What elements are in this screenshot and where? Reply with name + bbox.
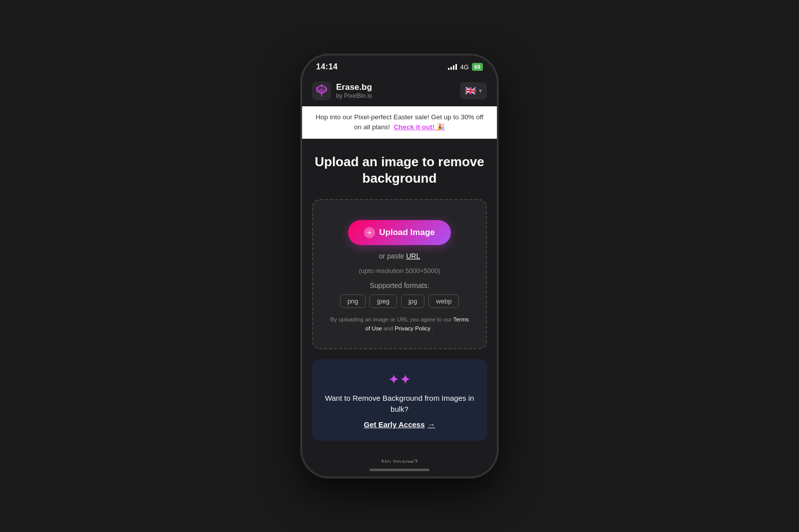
- terms-text: By uploading an image or URL you agree t…: [323, 315, 476, 333]
- home-bar: [370, 469, 429, 471]
- paste-url-prefix: or paste: [379, 252, 406, 260]
- format-tag-png: png: [340, 294, 366, 308]
- phone-screen: 14:14 4G 69: [302, 55, 497, 477]
- format-tags: png jpeg jpg webp: [340, 294, 459, 308]
- app-name: Erase.bg: [336, 82, 372, 92]
- main-section: Upload an image to remove background ＋ U…: [302, 139, 497, 451]
- upload-image-button[interactable]: ＋ Upload Image: [348, 220, 450, 245]
- page-title: Upload an image to remove background: [312, 154, 487, 188]
- network-label: 4G: [460, 63, 468, 71]
- formats-label: Supported formats:: [370, 281, 429, 289]
- app-logo-icon: [312, 81, 331, 100]
- home-indicator: [302, 463, 497, 477]
- early-access-label: Get Early Access: [364, 420, 424, 429]
- bulk-text: Want to Remove Background from Images in…: [322, 393, 477, 415]
- url-link[interactable]: URL: [406, 252, 420, 260]
- promo-banner: Hop into our Pixel-perfect Easter sale! …: [302, 106, 497, 139]
- paste-url-row: or paste URL: [379, 252, 420, 260]
- bulk-icon: ✦✦: [388, 371, 411, 388]
- privacy-policy-link[interactable]: Privacy Policy: [395, 325, 430, 331]
- logo-text-group: Erase.bg by PixelBin.io: [336, 82, 372, 99]
- battery-icon: 69: [472, 63, 483, 71]
- early-access-link[interactable]: Get Early Access →: [364, 420, 435, 429]
- format-tag-jpeg: jpeg: [370, 294, 397, 308]
- language-selector[interactable]: 🇬🇧 ▾: [460, 82, 487, 99]
- plus-circle-icon: ＋: [364, 227, 375, 238]
- no-image-bar: No Image?: [302, 451, 497, 463]
- check-link[interactable]: Check it out! 🎉: [394, 123, 445, 131]
- upload-btn-label: Upload Image: [379, 228, 434, 238]
- status-time: 14:14: [316, 62, 338, 71]
- bulk-section: ✦✦ Want to Remove Background from Images…: [312, 359, 487, 441]
- chevron-down-icon: ▾: [479, 87, 482, 94]
- formats-section: Supported formats: png jpeg jpg webp: [323, 281, 476, 308]
- app-subtitle: by PixelBin.io: [336, 92, 372, 99]
- status-icons: 4G 69: [448, 63, 483, 71]
- flag-icon: 🇬🇧: [465, 85, 476, 96]
- phone-notch: [368, 55, 431, 72]
- terms-prefix: By uploading an image or URL you agree t…: [330, 316, 453, 322]
- app-content: Erase.bg by PixelBin.io 🇬🇧 ▾ Hop into ou…: [302, 75, 497, 463]
- logo-section: Erase.bg by PixelBin.io: [312, 81, 372, 100]
- no-image-text: No Image?: [381, 458, 417, 463]
- app-header: Erase.bg by PixelBin.io 🇬🇧 ▾: [302, 75, 497, 106]
- format-tag-jpg: jpg: [401, 294, 424, 308]
- resolution-text: (upto resolution 5000×5000): [359, 267, 440, 274]
- format-tag-webp: webp: [428, 294, 459, 308]
- arrow-icon: →: [428, 420, 435, 429]
- upload-area: ＋ Upload Image or paste URL (upto resolu…: [312, 199, 487, 349]
- phone-frame: 14:14 4G 69: [302, 55, 497, 477]
- signal-icon: [448, 64, 457, 70]
